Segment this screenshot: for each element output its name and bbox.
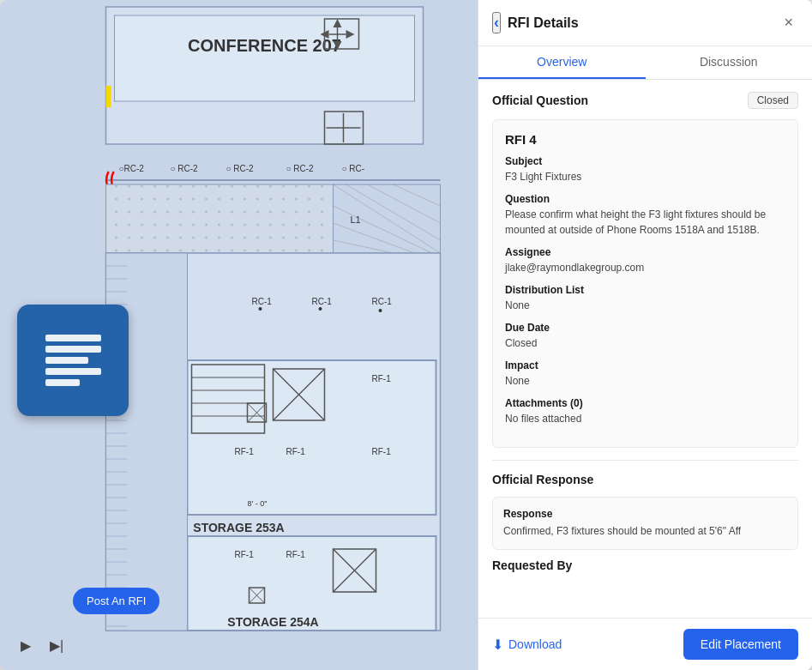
svg-text:CONFERENCE  207: CONFERENCE 207 bbox=[188, 36, 341, 55]
svg-rect-14 bbox=[106, 86, 111, 107]
svg-text:○RC-2: ○RC-2 bbox=[119, 164, 145, 173]
post-rfi-button[interactable]: Post An RFI bbox=[73, 588, 159, 614]
field-subject-value: F3 Light Fixtures bbox=[505, 169, 785, 184]
doc-line-3 bbox=[45, 357, 88, 364]
doc-line-1 bbox=[45, 335, 101, 341]
field-impact-value: None bbox=[505, 373, 785, 389]
svg-text:8' - 0": 8' - 0" bbox=[248, 499, 268, 508]
rfi-header-left: ‹ RFI Details bbox=[492, 12, 579, 33]
official-response-section: Official Response Response Confirmed, F3… bbox=[492, 473, 798, 550]
svg-text:STORAGE 254A: STORAGE 254A bbox=[227, 615, 318, 629]
field-question-label: Question bbox=[505, 193, 785, 205]
svg-rect-45 bbox=[188, 360, 436, 515]
rfi-footer: ⬇ Download Edit Placement bbox=[478, 618, 812, 670]
download-button[interactable]: ⬇ Download bbox=[492, 637, 562, 653]
field-subject: Subject F3 Light Fixtures bbox=[505, 155, 785, 184]
svg-text:○ RC-: ○ RC- bbox=[342, 164, 365, 173]
requested-by-section: Requested By bbox=[492, 558, 798, 572]
section-divider bbox=[492, 460, 798, 461]
field-assignee-label: Assignee bbox=[505, 246, 785, 258]
requested-by-header: Requested By bbox=[492, 558, 798, 572]
svg-text:RF-1: RF-1 bbox=[286, 447, 306, 456]
field-due-date: Due Date Closed bbox=[505, 322, 785, 351]
svg-text:○ RC-2: ○ RC-2 bbox=[171, 164, 199, 173]
play-button[interactable]: ▶ bbox=[17, 634, 34, 657]
status-badge: Closed bbox=[748, 92, 798, 109]
svg-text:RC-1: RC-1 bbox=[252, 297, 273, 306]
svg-point-44 bbox=[379, 309, 382, 312]
rfi-content: Official Question Closed RFI 4 Subject F… bbox=[478, 80, 812, 618]
document-icon bbox=[45, 335, 101, 386]
svg-text:RF-1: RF-1 bbox=[372, 374, 392, 383]
svg-text:○ RC-2: ○ RC-2 bbox=[286, 164, 315, 173]
field-due-date-value: Closed bbox=[505, 335, 785, 351]
svg-rect-2 bbox=[115, 15, 415, 101]
svg-point-40 bbox=[259, 307, 262, 311]
skip-button[interactable]: ▶| bbox=[46, 634, 67, 657]
response-label: Response bbox=[503, 508, 787, 520]
official-question-header: Official Question Closed bbox=[492, 92, 798, 109]
download-label: Download bbox=[508, 637, 562, 651]
field-attachments-label: Attachments (0) bbox=[505, 397, 785, 409]
field-distribution: Distribution List None bbox=[505, 284, 785, 313]
back-button[interactable]: ‹ bbox=[492, 12, 501, 33]
close-button[interactable]: × bbox=[779, 12, 798, 33]
field-attachments-value: No files attached bbox=[505, 411, 785, 426]
svg-text:RF-1: RF-1 bbox=[235, 550, 255, 559]
field-impact-label: Impact bbox=[505, 359, 785, 371]
response-card: Response Confirmed, F3 fixtures should b… bbox=[492, 497, 798, 550]
blueprint-canvas: CONFERENCE 207 ○RC-2 bbox=[0, 0, 478, 670]
svg-text:L1: L1 bbox=[351, 214, 361, 225]
field-subject-label: Subject bbox=[505, 155, 785, 167]
tab-discussion[interactable]: Discussion bbox=[646, 46, 813, 79]
svg-point-42 bbox=[319, 307, 322, 311]
svg-text:RC-1: RC-1 bbox=[372, 297, 393, 306]
rfi-details-panel: ‹ RFI Details × Overview Discussion Offi… bbox=[478, 0, 812, 670]
blueprint-controls: ▶ ▶| bbox=[17, 634, 67, 657]
svg-text:RF-1: RF-1 bbox=[286, 550, 306, 559]
rfi-panel-title: RFI Details bbox=[508, 15, 579, 31]
main-container: CONFERENCE 207 ○RC-2 bbox=[0, 0, 812, 670]
field-attachments: Attachments (0) No files attached bbox=[505, 397, 785, 426]
document-icon-overlay bbox=[17, 305, 129, 416]
rfi-card: RFI 4 Subject F3 Light Fixtures Question… bbox=[492, 119, 798, 448]
field-question-value: Please confirm what height the F3 light … bbox=[505, 207, 785, 238]
svg-rect-36 bbox=[106, 184, 334, 253]
svg-text:RF-1: RF-1 bbox=[235, 447, 255, 456]
edit-placement-button[interactable]: Edit Placement bbox=[683, 629, 798, 660]
official-response-title: Official Response bbox=[492, 473, 593, 486]
field-question: Question Please confirm what height the … bbox=[505, 193, 785, 238]
rfi-tabs: Overview Discussion bbox=[478, 46, 812, 80]
svg-text:STORAGE 253A: STORAGE 253A bbox=[193, 521, 284, 534]
svg-text:○ RC-2: ○ RC-2 bbox=[226, 164, 255, 173]
doc-line-2 bbox=[45, 346, 101, 353]
svg-text:RF-1: RF-1 bbox=[372, 447, 392, 456]
field-assignee: Assignee jlake@raymondlakegroup.com bbox=[505, 246, 785, 275]
requested-by-title: Requested By bbox=[492, 558, 572, 572]
blueprint-panel: CONFERENCE 207 ○RC-2 bbox=[0, 0, 478, 670]
field-impact: Impact None bbox=[505, 359, 785, 389]
field-distribution-value: None bbox=[505, 298, 785, 313]
official-response-header: Official Response bbox=[492, 473, 798, 486]
rfi-number: RFI 4 bbox=[505, 132, 785, 147]
svg-text:RC-1: RC-1 bbox=[312, 297, 333, 306]
rfi-header: ‹ RFI Details × bbox=[478, 0, 812, 46]
field-due-date-label: Due Date bbox=[505, 322, 785, 334]
doc-line-4 bbox=[45, 368, 101, 375]
field-assignee-value: jlake@raymondlakegroup.com bbox=[505, 260, 785, 275]
response-text: Confirmed, F3 fixtures should be mounted… bbox=[503, 523, 787, 539]
field-distribution-label: Distribution List bbox=[505, 284, 785, 296]
official-question-title: Official Question bbox=[492, 94, 588, 107]
doc-line-5 bbox=[45, 379, 80, 386]
download-icon: ⬇ bbox=[492, 637, 503, 653]
tab-overview[interactable]: Overview bbox=[478, 46, 646, 79]
